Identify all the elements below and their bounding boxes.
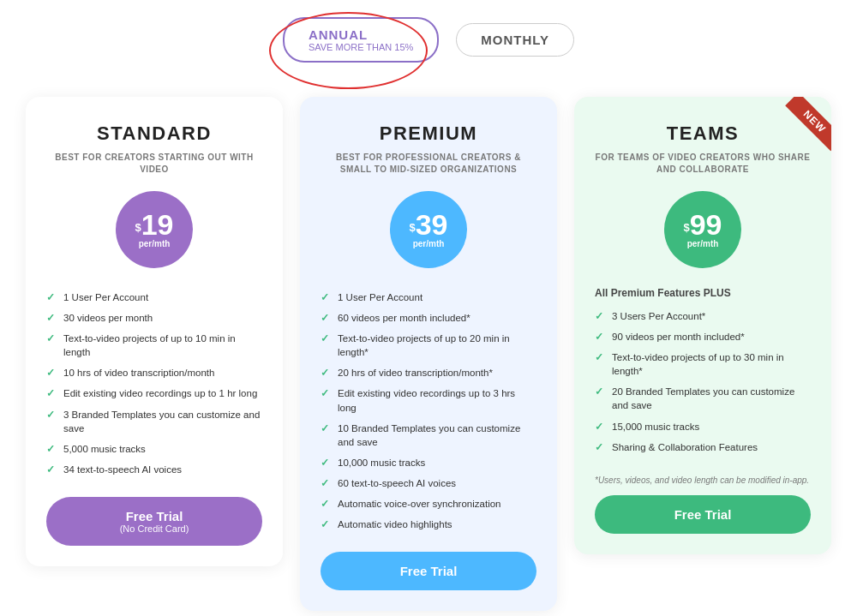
standard-cta-label: Free Trial [126,509,183,523]
teams-note-text: *Users, videos, and video length can be … [595,475,811,487]
standard-plan-card: STANDARD BEST FOR CREATORS STARTING OUT … [26,97,283,566]
premium-per: per/mth [413,239,445,249]
list-item: Text-to-video projects of up to 10 min i… [46,328,262,362]
teams-features-list: 3 Users Per Account* 90 videos per month… [595,306,811,458]
premium-dollar: $ [409,222,415,233]
premium-plan-title: PREMIUM [321,123,536,145]
annual-sublabel: SAVE MORE THAN 15% [309,42,413,52]
premium-cta-label: Free Trial [400,564,458,578]
premium-features-list: 1 User Per Account 60 videos per month i… [321,287,536,535]
list-item: Automatic voice-over synchronization [321,493,536,514]
list-item: 10,000 music tracks [321,452,536,473]
list-item: 60 text-to-speech AI voices [321,473,536,493]
teams-cta-label: Free Trial [674,507,732,522]
list-item: 10 Branded Templates you can customize a… [321,418,536,452]
standard-plan-title: STANDARD [46,123,262,145]
premium-plan-subtitle: BEST FOR PROFESSIONAL CREATORS & SMALL T… [321,152,536,176]
list-item: 10 hrs of video transcription/month [46,362,262,383]
premium-price-circle: $ 39 per/mth [390,191,467,268]
list-item: 30 videos per month [46,308,262,328]
list-item: Edit existing video recordings up to 3 h… [321,383,536,417]
teams-cta-button[interactable]: Free Trial [595,495,811,534]
annual-toggle-btn[interactable]: ANNUAL SAVE MORE THAN 15% [283,17,439,63]
list-item: 3 Branded Templates you can customize an… [46,404,262,439]
page-wrapper: ANNUAL SAVE MORE THAN 15% MONTHLY STANDA… [0,0,857,611]
standard-cta-button[interactable]: Free Trial (No Credit Card) [46,497,262,546]
premium-cta-button[interactable]: Free Trial [321,552,536,590]
premium-price: 39 [416,210,448,239]
list-item: 90 videos per month included* [595,326,811,347]
billing-toggle: ANNUAL SAVE MORE THAN 15% MONTHLY [0,0,857,71]
list-item: 3 Users Per Account* [595,306,811,326]
teams-plan-card: TEAMS FOR TEAMS OF VIDEO CREATORS WHO SH… [574,97,831,554]
teams-price: 99 [690,210,722,239]
list-item: 1 User Per Account [46,287,262,308]
list-item: 20 Branded Templates you can customize a… [595,381,811,416]
standard-features-list: 1 User Per Account 30 videos per month T… [46,287,262,480]
plans-container: STANDARD BEST FOR CREATORS STARTING OUT … [0,71,857,611]
list-item: Text-to-video projects of up to 20 min i… [321,328,536,362]
teams-intro-text: All Premium Features PLUS [595,287,811,299]
standard-plan-subtitle: BEST FOR CREATORS STARTING OUT WITH VIDE… [46,152,262,176]
list-item: Text-to-video projects of up to 30 min i… [595,347,811,381]
teams-price-circle: $ 99 per/mth [664,191,741,268]
standard-price-circle: $ 19 per/mth [116,191,193,268]
teams-per: per/mth [687,239,719,249]
standard-price: 19 [141,210,174,239]
list-item: 1 User Per Account [321,287,536,308]
list-item: 20 hrs of video transcription/month* [321,362,536,383]
list-item: 5,000 music tracks [46,439,262,459]
list-item: Automatic video highlights [321,514,536,535]
annual-label: ANNUAL [309,27,413,42]
monthly-toggle-btn[interactable]: MONTHLY [456,23,574,57]
list-item: Edit existing video recordings up to 1 h… [46,383,262,404]
list-item: 60 videos per month included* [321,308,536,328]
list-item: Sharing & Collaboration Features [595,437,811,458]
standard-per: per/mth [139,239,171,249]
list-item: 15,000 music tracks [595,416,811,437]
standard-dollar: $ [135,222,141,233]
teams-dollar: $ [683,222,689,233]
premium-plan-card: PREMIUM BEST FOR PROFESSIONAL CREATORS &… [300,97,557,611]
list-item: 34 text-to-speech AI voices [46,459,262,480]
new-badge [763,97,831,165]
standard-cta-sub: (No Credit Card) [58,523,250,534]
